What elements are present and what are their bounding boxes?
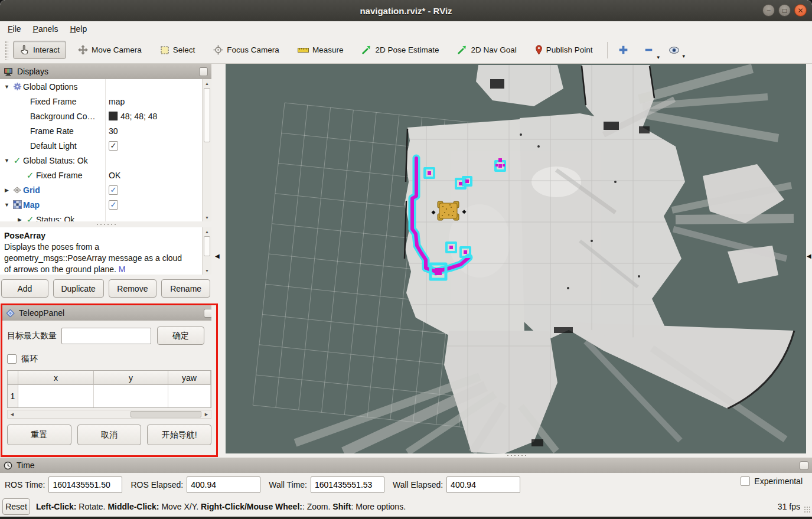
remove-display-button[interactable]: Remove: [109, 279, 157, 298]
time-field-input-2[interactable]: [311, 476, 384, 493]
enable-checkbox[interactable]: ✓: [109, 200, 118, 210]
reset-button[interactable]: Reset: [2, 498, 30, 515]
expander-icon[interactable]: ▼: [2, 202, 11, 208]
time-field-input-3[interactable]: [446, 476, 520, 493]
tree-row-global-status-ok[interactable]: ▼✓Global Status: Ok: [0, 153, 211, 168]
tree-row-grid[interactable]: ▶Grid✓: [0, 182, 211, 197]
more-link[interactable]: M: [119, 265, 126, 274]
menu-panels[interactable]: Panels: [33, 24, 58, 34]
tool-eye-icon[interactable]: ▼: [666, 44, 683, 57]
expander-icon[interactable]: ▶: [15, 217, 24, 222]
tool-publish-point[interactable]: Publish Point: [529, 41, 599, 59]
dropdown-caret-icon[interactable]: ▼: [681, 54, 686, 59]
check-icon: ✓: [24, 214, 36, 222]
time-field-input-0[interactable]: [48, 476, 122, 493]
tool-select[interactable]: Select: [154, 41, 202, 59]
scroll-right-icon[interactable]: ▶: [202, 410, 211, 418]
cancel-button[interactable]: 取消: [77, 425, 142, 445]
enable-checkbox[interactable]: ✓: [109, 141, 118, 151]
enable-checkbox[interactable]: ✓: [109, 185, 118, 195]
tool-plus-icon[interactable]: [615, 42, 632, 58]
tool-measure[interactable]: Measure: [291, 41, 350, 58]
tree-row-fixed-frame[interactable]: Fixed Framemap: [0, 94, 211, 109]
row-header-cell[interactable]: 1: [8, 385, 18, 407]
tree-row-frame-rate[interactable]: Frame Rate30: [0, 123, 211, 138]
menu-help[interactable]: Help: [70, 24, 87, 34]
confirm-button[interactable]: 确定: [157, 327, 204, 345]
time-fields: ROS Time:ROS Elapsed:Wall Time:Wall Elap…: [0, 473, 812, 496]
tree-row-value: 48; 48; 48: [109, 112, 157, 121]
max-goal-input[interactable]: [61, 328, 151, 344]
start-navigation-button[interactable]: 开始导航!: [147, 425, 211, 445]
time-float-button[interactable]: [800, 461, 808, 470]
reset-goals-button[interactable]: 重置: [7, 425, 71, 445]
color-swatch[interactable]: [109, 112, 118, 120]
window-controls: −□✕: [762, 4, 807, 17]
duplicate-display-button[interactable]: Duplicate: [53, 279, 104, 298]
tree-row-background-co-[interactable]: Background Co…48; 48; 48: [0, 109, 211, 123]
displays-float-button[interactable]: [199, 67, 208, 76]
tree-row-fixed-frame[interactable]: ✓Fixed FrameOK: [0, 168, 211, 182]
splitter-handle-dots: [96, 224, 116, 226]
column-header-x[interactable]: x: [18, 371, 94, 385]
dropdown-caret-icon[interactable]: ▼: [656, 55, 661, 60]
gear-icon: [11, 82, 23, 91]
description-scrollbar[interactable]: ▲ ▼: [202, 227, 211, 275]
scroll-up-icon[interactable]: ▲: [203, 79, 211, 87]
tree-row-label: Background Co…: [30, 112, 96, 121]
tree-row-global-options[interactable]: ▼Global Options: [0, 79, 211, 94]
experimental-checkbox[interactable]: [741, 476, 750, 486]
time-field-input-1[interactable]: [187, 476, 260, 493]
tool-move-camera[interactable]: Move Camera: [71, 41, 148, 59]
panel-diamond-icon: [6, 309, 15, 318]
column-header-yaw[interactable]: yaw: [168, 371, 211, 385]
menu-bar: FilePanelsHelp: [0, 21, 812, 37]
tool-2d-pose-estimate[interactable]: 2D Pose Estimate: [355, 41, 445, 59]
minimize-button[interactable]: −: [762, 4, 775, 17]
scroll-left-icon[interactable]: ◀: [8, 410, 17, 418]
scroll-up-icon[interactable]: ▲: [203, 227, 211, 236]
scrollbar-thumb[interactable]: [204, 236, 210, 256]
teleop-panel: TeleopPanel 目标最大数量 确定 循环 xyyaw 1 ◀: [2, 305, 216, 455]
tree-row-map[interactable]: ▼Map✓: [0, 197, 211, 212]
table-cell[interactable]: [168, 385, 211, 407]
expander-icon[interactable]: ▶: [2, 187, 11, 193]
column-header-y[interactable]: y: [94, 371, 168, 385]
close-button[interactable]: ✕: [794, 4, 807, 17]
tool-focus-camera[interactable]: Focus Camera: [207, 41, 286, 59]
menu-file[interactable]: File: [8, 24, 21, 34]
dock-splitter-right[interactable]: ◀: [806, 64, 812, 458]
view-bottom-splitter[interactable]: [226, 453, 806, 458]
add-display-button[interactable]: Add: [1, 279, 48, 298]
dock-splitter-left[interactable]: ◀: [211, 64, 226, 458]
max-goal-row: 目标最大数量 确定: [7, 327, 211, 345]
collapse-right-icon[interactable]: ◀: [807, 253, 811, 259]
table-cell[interactable]: [18, 385, 94, 407]
tool-interact[interactable]: Interact: [13, 41, 66, 59]
tree-row-status-ok[interactable]: ▶✓Status: Ok: [0, 212, 211, 221]
panel-splitter[interactable]: [0, 221, 211, 227]
scrollbar-thumb[interactable]: [131, 411, 201, 417]
tree-row-default-light[interactable]: Default Light✓: [0, 138, 211, 153]
3d-viewport[interactable]: [226, 64, 806, 453]
collapse-left-icon[interactable]: ◀: [215, 253, 220, 259]
scrollbar-thumb[interactable]: [204, 88, 210, 142]
scroll-down-icon[interactable]: ▼: [203, 266, 211, 275]
tool-2d-nav-goal[interactable]: 2D Nav Goal: [451, 41, 523, 59]
rename-display-button[interactable]: Rename: [161, 279, 210, 298]
toolbar-drag-handle[interactable]: [5, 41, 8, 60]
displays-panel-header: Displays: [0, 64, 211, 79]
table-cell[interactable]: [94, 385, 168, 407]
tree-row-label: Map: [23, 200, 40, 210]
table-horizontal-scrollbar[interactable]: ◀ ▶: [7, 410, 211, 419]
maximize-button[interactable]: □: [778, 4, 791, 17]
loop-checkbox[interactable]: [7, 354, 17, 364]
green-arrow-icon: [361, 45, 371, 55]
tool-minus-icon[interactable]: ▼: [640, 42, 657, 58]
resize-grip[interactable]: [804, 506, 811, 513]
title-bar[interactable]: navigation.rviz* - RViz −□✕: [0, 0, 812, 21]
expander-icon[interactable]: ▼: [2, 158, 11, 164]
displays-tree-scrollbar[interactable]: ▲ ▼: [202, 79, 211, 221]
expander-icon[interactable]: ▼: [2, 84, 11, 90]
scroll-down-icon[interactable]: ▼: [203, 213, 211, 221]
